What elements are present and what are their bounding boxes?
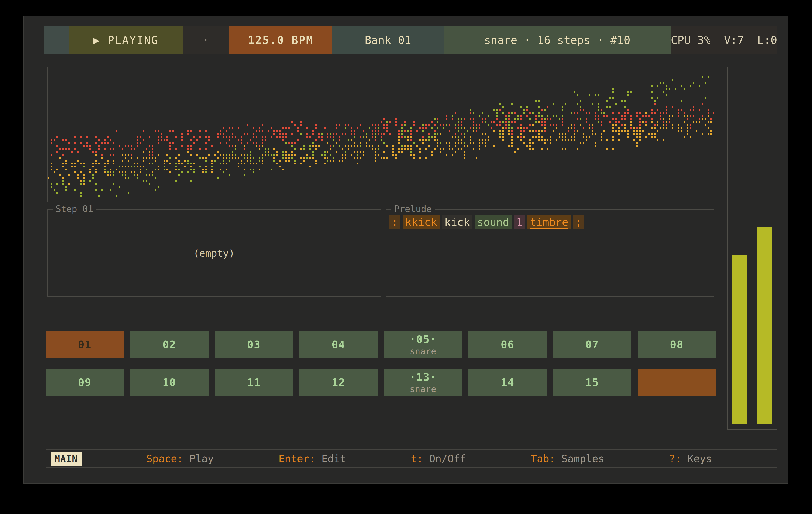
step-button-04[interactable]: 04 — [299, 331, 378, 358]
step-number: 07 — [585, 338, 599, 351]
step-button-09[interactable]: 09 — [46, 369, 124, 396]
step-number: 03 — [247, 338, 261, 351]
shortcut-key: Space: — [146, 453, 183, 464]
step-button-06[interactable]: 06 — [468, 331, 547, 358]
prelude-code-line: :kkickkicksound1timbre; — [389, 215, 584, 230]
step-button-01[interactable]: 01 — [46, 331, 124, 358]
meter-bar-left — [732, 255, 747, 424]
step-number: 11 — [247, 376, 261, 389]
step-empty-label: (empty) — [48, 247, 380, 259]
footer-bar: MAIN Space: PlayEnter: Editt: On/OffTab:… — [46, 450, 777, 468]
step-button-10[interactable]: 10 — [130, 369, 208, 396]
app-window: ▶ PLAYING · 125.0 BPM Bank 01 snare · 16… — [23, 16, 788, 484]
step-button-14[interactable]: 14 — [468, 369, 547, 396]
prelude-token[interactable]: : — [389, 215, 401, 230]
shortcut-label: Samples — [555, 453, 604, 464]
shortcut-key: Tab: — [531, 453, 555, 464]
step-number: 01 — [78, 338, 91, 351]
meter-bar-right — [757, 227, 772, 424]
step-button-13[interactable]: ·13·snare — [384, 369, 462, 396]
shortcut-t: t: On/Off — [411, 453, 466, 464]
prelude-token[interactable]: kkick — [403, 215, 440, 230]
step-number: 14 — [501, 376, 514, 389]
step-button-08[interactable]: 08 — [638, 331, 716, 358]
step-panel-title: Step 01 — [53, 204, 96, 214]
shortcut-enter: Enter: Edit — [279, 453, 346, 464]
transport-status[interactable]: ▶ PLAYING — [69, 26, 183, 54]
waveform-canvas — [48, 67, 714, 202]
shortcut-tab: Tab: Samples — [531, 453, 604, 464]
level-meter-panel — [727, 67, 777, 429]
step-button-15[interactable]: 15 — [553, 369, 631, 396]
step-number: 04 — [332, 338, 345, 351]
shortcut-label: Edit — [315, 453, 346, 464]
step-number: 06 — [501, 338, 514, 351]
step-button-02[interactable]: 02 — [130, 331, 208, 358]
step-number: 15 — [585, 376, 599, 389]
bpm-display[interactable]: 125.0 BPM — [229, 26, 332, 54]
prelude-panel-title: Prelude — [391, 204, 435, 214]
prelude-token[interactable]: timbre — [527, 215, 571, 230]
shortcut-label: Play — [183, 453, 214, 464]
step-detail-panel: Step 01 (empty) — [47, 209, 381, 297]
track-info-display: snare · 16 steps · #10 — [443, 26, 671, 54]
step-sample-label: snare — [410, 346, 436, 356]
waveform-visualizer-panel — [47, 67, 714, 203]
shortcut-key: ?: — [669, 453, 682, 464]
statusbar-separator: · — [183, 26, 229, 54]
step-number: 08 — [670, 338, 684, 351]
shortcut-key: t: — [411, 453, 423, 464]
step-number: 10 — [163, 376, 176, 389]
shortcut-hints: Space: PlayEnter: Editt: On/OffTab: Samp… — [82, 453, 777, 464]
step-button-16[interactable] — [638, 369, 716, 396]
step-button-12[interactable]: 12 — [299, 369, 378, 396]
prelude-token[interactable]: sound — [474, 215, 512, 230]
shortcut-label: Keys — [682, 453, 712, 464]
mode-badge: MAIN — [51, 452, 82, 465]
shortcut-key: Enter: — [279, 453, 315, 464]
step-sample-label: snare — [410, 384, 436, 394]
prelude-panel: Prelude :kkickkicksound1timbre; — [386, 209, 714, 297]
step-button-03[interactable]: 03 — [215, 331, 293, 358]
prelude-token[interactable]: 1 — [514, 215, 525, 230]
prelude-token[interactable]: ; — [573, 215, 584, 230]
shortcut-help: ?: Keys — [669, 453, 712, 464]
shortcut-label: On/Off — [423, 453, 466, 464]
status-bar: ▶ PLAYING · 125.0 BPM Bank 01 snare · 16… — [45, 26, 777, 54]
step-button-11[interactable]: 11 — [215, 369, 293, 396]
step-number: ·05· — [409, 333, 437, 345]
statusbar-spacer — [45, 26, 69, 54]
shortcut-space: Space: Play — [146, 453, 214, 464]
step-button-05[interactable]: ·05·snare — [384, 331, 462, 358]
step-number: ·13· — [409, 371, 437, 383]
step-number: 09 — [78, 376, 91, 389]
system-stats-display: CPU 3% V:7 L:0 — [671, 26, 777, 54]
step-number: 02 — [163, 338, 176, 351]
step-number: 12 — [332, 376, 345, 389]
step-button-07[interactable]: 07 — [553, 331, 631, 358]
bank-display[interactable]: Bank 01 — [332, 26, 443, 54]
step-grid: 01020304·05·snare06070809101112·13·snare… — [46, 331, 716, 396]
prelude-token[interactable]: kick — [442, 215, 472, 230]
